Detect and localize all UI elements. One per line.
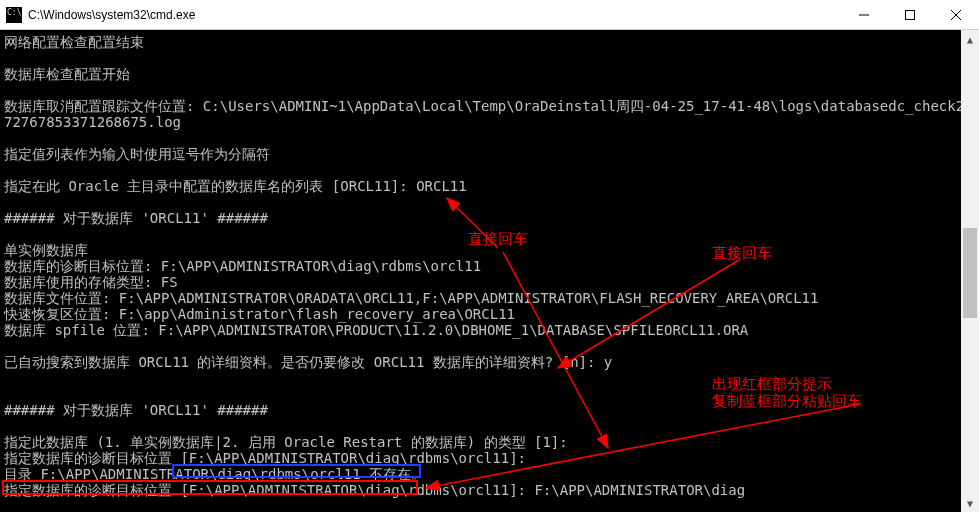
- vertical-scrollbar[interactable]: ▲ ▼: [961, 30, 979, 512]
- minimize-button[interactable]: [841, 0, 887, 30]
- line: 指定数据库的诊断目标位置 [F:\APP\ADMINISTRATOR\diag\…: [4, 450, 526, 466]
- line: 指定此数据库 (1. 单实例数据库|2. 启用 Oracle Restart 的…: [4, 434, 568, 450]
- line: 72767853371268675.log: [4, 114, 181, 130]
- window-titlebar: C:\Windows\system32\cmd.exe: [0, 0, 979, 30]
- line: 指定数据库的诊断目标位置 [F:\APP\ADMINISTRATOR\diag\…: [4, 482, 745, 498]
- scroll-track[interactable]: [961, 48, 979, 494]
- line: 数据库检查配置开始: [4, 66, 130, 82]
- scroll-up-button[interactable]: ▲: [961, 30, 979, 48]
- window-title: C:\Windows\system32\cmd.exe: [28, 8, 841, 22]
- maximize-button[interactable]: [887, 0, 933, 30]
- line: 已自动搜索到数据库 ORCL11 的详细资料。是否仍要修改 ORCL11 数据库…: [4, 354, 612, 370]
- line: 数据库的诊断目标位置: F:\APP\ADMINISTRATOR\diag\rd…: [4, 258, 481, 274]
- line: 数据库 spfile 位置: F:\APP\ADMINISTRATOR\PROD…: [4, 322, 748, 338]
- window-controls: [841, 0, 979, 30]
- close-button[interactable]: [933, 0, 979, 30]
- line: 指定值列表作为输入时使用逗号作为分隔符: [4, 146, 270, 162]
- line: 目录 F:\APP\ADMINISTRATOR\diag\rdbms\orcl1…: [4, 466, 425, 482]
- scroll-down-button[interactable]: ▼: [961, 494, 979, 512]
- terminal-output[interactable]: 网络配置检查配置结束 数据库检查配置开始 数据库取消配置跟踪文件位置: C:\U…: [0, 30, 961, 512]
- scroll-thumb[interactable]: [963, 228, 977, 318]
- line: 网络配置检查配置结束: [4, 34, 144, 50]
- line: 快速恢复区位置: F:\app\Administrator\flash_reco…: [4, 306, 515, 322]
- line: 单实例数据库: [4, 242, 88, 258]
- line: 指定在此 Oracle 主目录中配置的数据库名的列表 [ORCL11]: ORC…: [4, 178, 467, 194]
- svg-rect-1: [906, 10, 915, 19]
- cmd-icon: [6, 7, 22, 23]
- line: ###### 对于数据库 'ORCL11' ######: [4, 210, 268, 226]
- line: 数据库使用的存储类型: FS: [4, 274, 178, 290]
- line: 数据库取消配置跟踪文件位置: C:\Users\ADMINI~1\AppData…: [4, 98, 961, 114]
- line: ###### 对于数据库 'ORCL11' ######: [4, 402, 268, 418]
- line: 数据库文件位置: F:\APP\ADMINISTRATOR\ORADATA\OR…: [4, 290, 818, 306]
